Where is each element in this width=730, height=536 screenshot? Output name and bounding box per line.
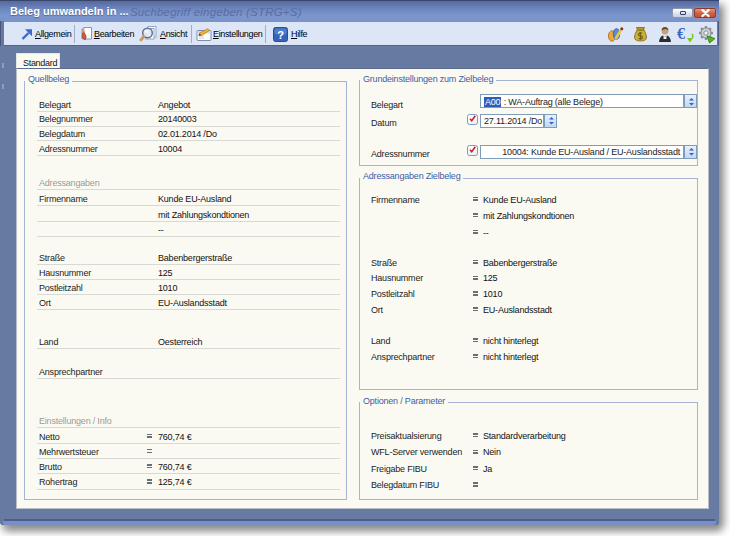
svg-text:?: ? (277, 28, 284, 40)
svg-text:€: € (677, 25, 685, 42)
